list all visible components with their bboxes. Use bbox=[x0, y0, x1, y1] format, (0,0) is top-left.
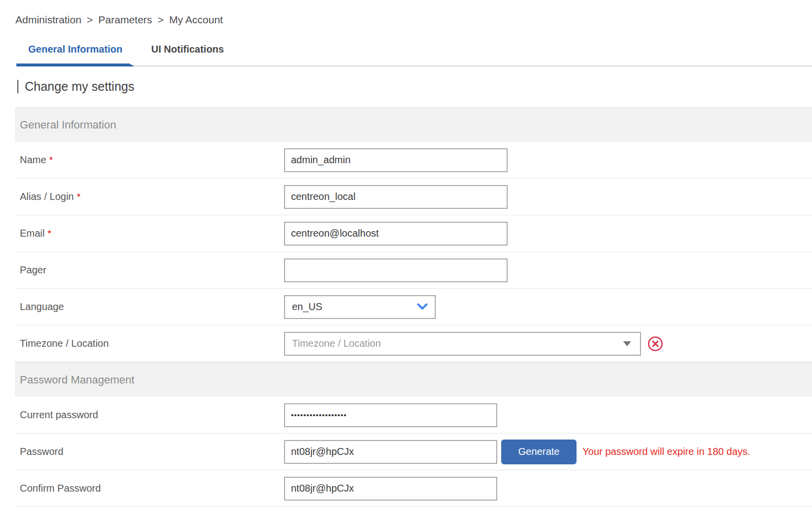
form-row-language: Language en_US bbox=[15, 289, 812, 325]
main-content: Administration > Parameters > My Account… bbox=[15, 0, 812, 507]
title-divider-bar bbox=[17, 80, 18, 93]
form-row-current-password: Current password bbox=[15, 397, 812, 434]
current-password-input[interactable] bbox=[284, 403, 497, 427]
chevron-down-icon bbox=[417, 303, 428, 311]
name-input[interactable] bbox=[284, 148, 508, 172]
form-row-password: Password Generate Your password will exp… bbox=[15, 434, 812, 470]
breadcrumb-parameters[interactable]: Parameters bbox=[98, 14, 152, 26]
page-title: Change my settings bbox=[15, 79, 812, 94]
pager-input[interactable] bbox=[284, 258, 508, 282]
password-input[interactable] bbox=[284, 440, 497, 464]
alias-login-input[interactable] bbox=[284, 185, 508, 209]
breadcrumb-separator: > bbox=[158, 14, 164, 26]
dropdown-arrow-icon bbox=[623, 341, 631, 346]
language-selected-value: en_US bbox=[292, 301, 322, 313]
form-row-confirm-password: Confirm Password bbox=[15, 470, 812, 507]
name-label: Name* bbox=[20, 154, 284, 166]
generate-password-button[interactable]: Generate bbox=[501, 440, 577, 464]
tab-ui-notifications[interactable]: UI Notifications bbox=[151, 44, 224, 65]
timezone-label: Timezone / Location bbox=[20, 338, 284, 349]
language-select[interactable]: en_US bbox=[284, 295, 436, 319]
breadcrumb-separator: > bbox=[87, 14, 93, 26]
required-asterisk: * bbox=[49, 155, 53, 165]
breadcrumb-administration[interactable]: Administration bbox=[15, 14, 81, 26]
form-row-pager: Pager bbox=[15, 252, 812, 289]
section-header-general-information: General Information bbox=[15, 107, 812, 142]
alias-label: Alias / Login* bbox=[20, 191, 284, 202]
email-label: Email* bbox=[20, 228, 284, 239]
confirm-password-label: Confirm Password bbox=[20, 483, 284, 494]
password-label: Password bbox=[20, 446, 284, 457]
current-password-label: Current password bbox=[20, 409, 284, 421]
tab-general-information[interactable]: General Information bbox=[16, 44, 134, 65]
clear-timezone-icon[interactable] bbox=[647, 335, 664, 352]
section-header-password-management: Password Management bbox=[15, 362, 812, 397]
form-row-name: Name* bbox=[15, 142, 812, 179]
tab-bar: General Information UI Notifications bbox=[16, 44, 812, 66]
breadcrumb-my-account: My Account bbox=[169, 14, 223, 26]
form-row-email: Email* bbox=[15, 215, 812, 252]
page-title-text: Change my settings bbox=[25, 79, 134, 94]
email-input[interactable] bbox=[284, 222, 508, 246]
password-expiry-message: Your password will expire in 180 days. bbox=[582, 446, 750, 457]
language-label: Language bbox=[20, 301, 284, 313]
form-row-alias: Alias / Login* bbox=[15, 179, 812, 215]
pager-label: Pager bbox=[20, 264, 284, 276]
required-asterisk: * bbox=[77, 191, 80, 202]
timezone-combobox[interactable]: Timezone / Location bbox=[284, 332, 641, 356]
breadcrumb: Administration > Parameters > My Account bbox=[15, 0, 812, 26]
timezone-placeholder: Timezone / Location bbox=[292, 338, 623, 349]
confirm-password-input[interactable] bbox=[284, 477, 497, 501]
section-header-label: Password Management bbox=[20, 374, 134, 386]
form-row-timezone: Timezone / Location Timezone / Location bbox=[15, 325, 812, 362]
section-header-label: General Information bbox=[20, 119, 116, 131]
required-asterisk: * bbox=[48, 228, 51, 239]
